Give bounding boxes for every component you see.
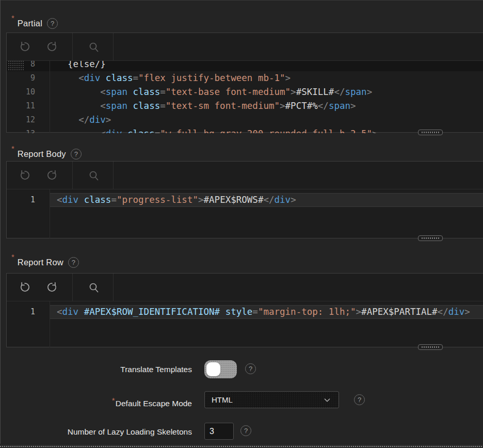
- line-number: 13: [7, 127, 50, 133]
- line-number: 8: [7, 61, 50, 71]
- code-line[interactable]: 9 <div class="flex justify-between mb-1"…: [7, 71, 483, 85]
- editor-toolbar: [7, 33, 483, 61]
- toolbar-divider: [113, 274, 114, 301]
- code-text: <span class="text-base font-medium">#SKI…: [50, 85, 483, 99]
- editor-resize-handle[interactable]: [418, 344, 443, 350]
- help-icon[interactable]: ?: [354, 394, 365, 405]
- redo-button[interactable]: [45, 281, 59, 294]
- help-icon[interactable]: ?: [71, 149, 82, 159]
- find-button[interactable]: [88, 169, 100, 182]
- line-number: 10: [7, 85, 50, 99]
- code-text: {else/}: [50, 61, 483, 71]
- toolbar-divider: [113, 33, 114, 60]
- toolbar-divider: [113, 162, 114, 189]
- code-text: <span class="text-sm font-medium">#PCT#%…: [50, 99, 483, 113]
- toolbar-divider: [72, 162, 73, 189]
- help-icon[interactable]: ?: [245, 363, 256, 374]
- field-label-report-body: * Report Body ?: [11, 148, 82, 160]
- undo-icon: [18, 40, 31, 54]
- field-label-text: Report Row: [18, 258, 63, 267]
- required-asterisk: *: [11, 144, 14, 153]
- field-label-report-row: * Report Row ?: [11, 256, 79, 268]
- search-icon: [88, 169, 100, 182]
- redo-button[interactable]: [45, 169, 59, 182]
- line-number: 1: [7, 193, 50, 207]
- redo-icon: [45, 40, 59, 54]
- label-text: Default Escape Mode: [116, 399, 192, 408]
- code-line[interactable]: 1<div class="progress-list">#APEX$ROWS#<…: [7, 193, 483, 207]
- undo-button[interactable]: [18, 40, 31, 54]
- required-asterisk: *: [112, 396, 115, 405]
- lazy-skeletons-label: Number of Lazy Loading Skeletons: [0, 427, 192, 436]
- default-escape-mode-label: * Default Escape Mode: [0, 396, 192, 408]
- search-icon: [88, 41, 100, 53]
- find-button[interactable]: [88, 41, 100, 53]
- lazy-skeletons-input[interactable]: [204, 423, 234, 440]
- editor-toolbar: [7, 274, 483, 301]
- line-number: 9: [7, 71, 50, 85]
- chevron-down-icon: [323, 396, 331, 404]
- undo-icon: [18, 281, 31, 294]
- toolbar-divider: [72, 33, 73, 60]
- required-asterisk: *: [11, 252, 14, 261]
- code-line[interactable]: 13 <div class="w-full bg-gray-200 rounde…: [7, 127, 483, 133]
- code-editor-report-body: 1<div class="progress-list">#APEX$ROWS#<…: [6, 161, 483, 238]
- redo-icon: [45, 169, 59, 182]
- line-number: 1: [7, 305, 50, 319]
- code-line[interactable]: 11 <span class="text-sm font-medium">#PC…: [7, 99, 483, 113]
- code-text: </div>: [50, 113, 483, 127]
- toolbar-divider: [72, 274, 73, 301]
- code-line[interactable]: 12 </div>: [7, 113, 483, 127]
- code-area[interactable]: 1<div class="progress-list">#APEX$ROWS#<…: [7, 189, 483, 238]
- code-area[interactable]: 8 {else/}9 <div class="flex justify-betw…: [7, 61, 483, 133]
- required-asterisk: *: [11, 13, 14, 22]
- help-icon[interactable]: ?: [47, 18, 58, 29]
- field-label-text: Partial: [18, 19, 42, 28]
- find-button[interactable]: [88, 281, 100, 294]
- editor-resize-handle[interactable]: [418, 235, 443, 241]
- code-editor-partial: 8 {else/}9 <div class="flex justify-betw…: [6, 33, 483, 133]
- code-line[interactable]: 10 <span class="text-base font-medium">#…: [7, 85, 483, 99]
- code-text: <div class="flex justify-between mb-1">: [50, 71, 483, 85]
- search-icon: [88, 281, 100, 294]
- undo-icon: [18, 169, 31, 182]
- editor-resize-handle[interactable]: [418, 130, 443, 135]
- select-value: HTML: [205, 395, 323, 404]
- toggle-knob: [206, 362, 220, 376]
- code-line[interactable]: 1<div #APEX$ROW_IDENTIFICATION# style="m…: [7, 305, 483, 319]
- code-area[interactable]: 1<div #APEX$ROW_IDENTIFICATION# style="m…: [7, 301, 483, 347]
- help-icon[interactable]: ?: [240, 425, 251, 436]
- redo-button[interactable]: [45, 40, 59, 54]
- default-escape-mode-select[interactable]: HTML: [204, 391, 339, 408]
- field-label-partial: * Partial ?: [11, 17, 58, 29]
- line-number: 11: [7, 99, 50, 113]
- translate-templates-label: Translate Templates: [0, 365, 192, 374]
- code-editor-report-row: 1<div #APEX$ROW_IDENTIFICATION# style="m…: [6, 273, 483, 347]
- code-text: <div class="progress-list">#APEX$ROWS#</…: [50, 193, 483, 207]
- editor-toolbar: [7, 162, 483, 189]
- redo-icon: [45, 281, 59, 294]
- code-text: <div #APEX$ROW_IDENTIFICATION# style="ma…: [50, 305, 483, 319]
- panel-splitter[interactable]: [0, 444, 483, 448]
- line-number: 12: [7, 113, 50, 127]
- undo-button[interactable]: [18, 169, 31, 182]
- undo-button[interactable]: [18, 281, 31, 294]
- field-label-text: Report Body: [18, 149, 66, 159]
- help-icon[interactable]: ?: [68, 257, 79, 268]
- translate-templates-toggle[interactable]: [204, 360, 237, 378]
- template-editor-panel: * Partial ? 8 {else/}: [0, 0, 483, 448]
- code-line[interactable]: 8 {else/}: [7, 61, 483, 71]
